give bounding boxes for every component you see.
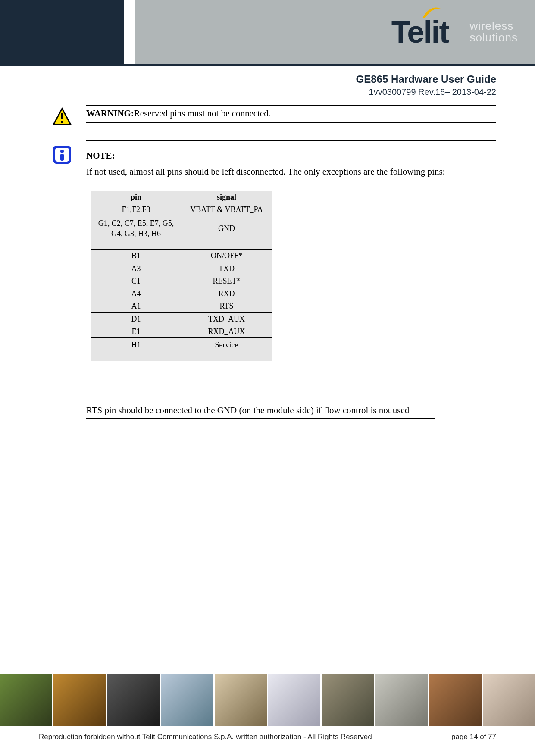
rts-note: RTS pin should be connected to the GND (…	[86, 404, 435, 419]
svg-point-5	[60, 150, 64, 153]
svg-rect-6	[60, 154, 64, 161]
header-dark-panel	[0, 0, 124, 64]
cell-pin: F1,F2,F3	[91, 203, 181, 216]
svg-rect-1	[61, 113, 63, 119]
brand-tagline: wireless solutions	[469, 20, 518, 44]
cell-pin: D1	[91, 312, 181, 325]
brand-swoosh-icon	[422, 6, 441, 19]
brand-name-text: Telit	[391, 15, 449, 49]
cell-signal: RTS	[181, 300, 272, 312]
cell-pin: C1	[91, 275, 181, 287]
footer-tile	[53, 674, 107, 726]
th-pin: pin	[91, 191, 181, 203]
th-signal: signal	[181, 191, 272, 203]
header-gray-panel: Telit wireless solutions	[135, 0, 535, 64]
footer-tile	[483, 674, 535, 726]
footer-tile	[215, 674, 268, 726]
header-gap	[124, 0, 135, 64]
table-row: A3 TXD	[91, 262, 272, 275]
doc-title-block: GE865 Hardware User Guide 1vv0300799 Rev…	[0, 64, 535, 97]
brand-tag-line1: wireless	[469, 20, 518, 32]
cell-pin: H1	[91, 338, 181, 361]
page-footer: Reproduction forbidden without Telit Com…	[39, 733, 496, 741]
cell-pin: B1	[91, 250, 181, 262]
footer-tile	[161, 674, 214, 726]
warning-label: WARNING:	[86, 108, 134, 119]
warning-icon	[53, 107, 72, 126]
pin-signal-table: pin signal F1,F2,F3 VBATT & VBATT_PA G1,…	[91, 191, 272, 361]
table-row: F1,F2,F3 VBATT & VBATT_PA	[91, 203, 272, 216]
header-underline	[0, 64, 535, 66]
cell-signal: VBATT & VBATT_PA	[181, 203, 272, 216]
cell-signal: RESET*	[181, 275, 272, 287]
footer-image-strip	[0, 674, 535, 726]
table-row: C1 RESET*	[91, 275, 272, 287]
cell-pin: A1	[91, 300, 181, 312]
footer-tile	[0, 674, 53, 726]
cell-signal: ON/OFF*	[181, 250, 272, 262]
cell-signal: GND	[181, 216, 272, 250]
footer-tile	[107, 674, 161, 726]
table-row: H1 Service	[91, 338, 272, 361]
table-row: D1 TXD_AUX	[91, 312, 272, 325]
brand-divider	[459, 20, 459, 44]
svg-rect-2	[61, 121, 63, 123]
cell-pin: E1	[91, 325, 181, 338]
cell-signal: Service	[181, 338, 272, 361]
table-row: G1, C2, C7, E5, E7, G5, G4, G3, H3, H6 G…	[91, 216, 272, 250]
brand-name: Telit	[391, 16, 449, 47]
note-top-rule	[86, 140, 496, 141]
cell-pin: G1, C2, C7, E5, E7, G5, G4, G3, H3, H6	[91, 216, 181, 250]
page-content: WARNING:Reserved pins must not be connec…	[86, 105, 496, 419]
cell-pin: A3	[91, 262, 181, 275]
brand-logo: Telit wireless solutions	[391, 16, 518, 47]
cell-signal: RXD	[181, 287, 272, 300]
cell-signal: RXD_AUX	[181, 325, 272, 338]
footer-tile	[322, 674, 375, 726]
footer-tile	[375, 674, 429, 726]
warning-text: Reserved pins must not be connected.	[134, 108, 271, 119]
doc-title: GE865 Hardware User Guide	[0, 73, 496, 85]
info-icon	[53, 145, 72, 164]
table-row: E1 RXD_AUX	[91, 325, 272, 338]
table-header-row: pin signal	[91, 191, 272, 203]
footer-page: page 14 of 77	[451, 733, 496, 741]
footer-copyright: Reproduction forbidden without Telit Com…	[39, 733, 372, 741]
cell-pin: A4	[91, 287, 181, 300]
cell-signal: TXD	[181, 262, 272, 275]
warning-callout: WARNING:Reserved pins must not be connec…	[86, 105, 496, 123]
table-row: A4 RXD	[91, 287, 272, 300]
doc-revision: 1vv0300799 Rev.16– 2013-04-22	[0, 87, 496, 97]
brand-tag-line2: solutions	[469, 32, 518, 44]
cell-signal: TXD_AUX	[181, 312, 272, 325]
page-header: Telit wireless solutions	[0, 0, 535, 64]
table-row: B1 ON/OFF*	[91, 250, 272, 262]
note-label: NOTE:	[86, 150, 496, 162]
note-text: If not used, almost all pins should be l…	[86, 166, 496, 178]
note-callout: NOTE: If not used, almost all pins shoul…	[86, 148, 496, 419]
table-row: A1 RTS	[91, 300, 272, 312]
footer-tile	[268, 674, 322, 726]
footer-tile	[429, 674, 482, 726]
